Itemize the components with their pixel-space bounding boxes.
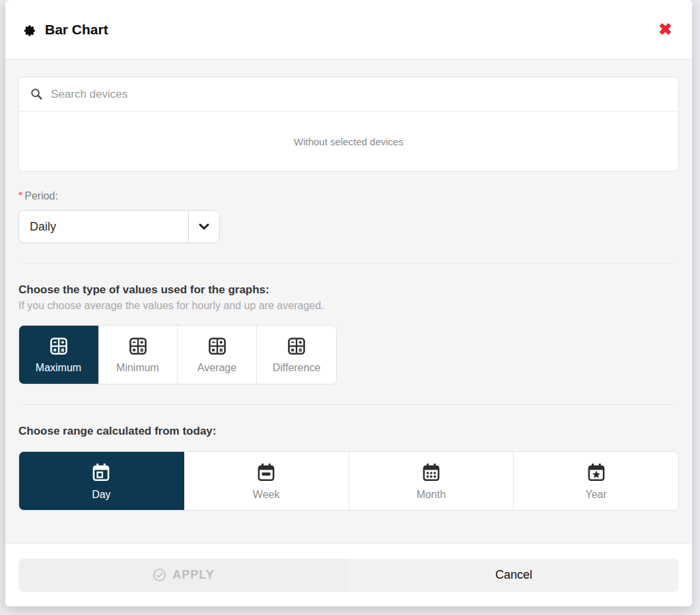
device-search-input[interactable] (51, 88, 667, 101)
range-button-group: Day Week (18, 451, 679, 511)
check-circle-icon (153, 568, 166, 582)
period-select-value: Daily (19, 211, 188, 242)
calculator-icon (49, 336, 69, 356)
period-select[interactable]: Daily (18, 210, 220, 243)
range-heading: Choose range calculated from today: (18, 425, 679, 438)
cancel-button[interactable]: Cancel (349, 559, 679, 592)
calendar-month-icon (421, 462, 442, 483)
range-option-year[interactable]: Year (514, 452, 678, 510)
value-type-option-average[interactable]: Average (178, 326, 257, 384)
option-label: Week (253, 489, 280, 501)
calendar-week-icon (256, 462, 277, 483)
value-type-option-minimum[interactable]: Minimum (98, 326, 178, 384)
device-picker-panel: Without selected devices (18, 77, 679, 172)
calculator-icon (287, 336, 306, 356)
apply-button-label: APPLY (172, 568, 214, 582)
apply-button[interactable]: APPLY (18, 559, 349, 592)
calendar-day-icon (90, 462, 112, 483)
section-divider (24, 263, 674, 264)
value-type-heading: Choose the type of values used for the g… (18, 283, 679, 297)
value-type-option-maximum[interactable]: Maximum (19, 326, 98, 384)
dialog-body: Without selected devices *Period: Daily … (5, 59, 692, 544)
calculator-icon (128, 336, 148, 356)
range-option-week[interactable]: Week (184, 452, 349, 510)
required-asterisk: * (18, 190, 22, 201)
search-icon (30, 88, 43, 100)
calendar-year-icon (586, 462, 607, 483)
no-devices-message: Without selected devices (19, 112, 678, 171)
footer-button-bar: APPLY Cancel (18, 559, 679, 592)
option-label: Difference (273, 362, 321, 374)
value-type-subheading: If you choose average the values for hou… (18, 300, 679, 312)
calculator-icon (207, 336, 227, 356)
option-label: Minimum (116, 362, 159, 374)
range-option-day[interactable]: Day (19, 452, 184, 510)
gear-icon (21, 22, 37, 38)
bar-chart-dialog: Bar Chart ✖ Without selected devices *Pe… (5, 0, 692, 606)
option-label: Average (197, 362, 236, 374)
value-type-option-difference[interactable]: Difference (257, 326, 336, 384)
option-label: Day (92, 489, 110, 501)
chevron-down-icon[interactable] (188, 211, 219, 242)
close-icon[interactable]: ✖ (658, 21, 672, 38)
cancel-button-label: Cancel (495, 568, 532, 582)
option-label: Maximum (36, 362, 81, 374)
value-type-button-group: Maximum Minimum (18, 325, 337, 384)
option-label: Month (417, 489, 446, 501)
dialog-footer: APPLY Cancel (5, 544, 692, 606)
dialog-header: Bar Chart ✖ (5, 0, 692, 59)
device-search-row (19, 77, 678, 112)
period-label: *Period: (18, 190, 679, 202)
range-option-month[interactable]: Month (349, 452, 514, 510)
section-divider (24, 404, 674, 405)
dialog-title: Bar Chart (45, 22, 108, 38)
option-label: Year (585, 489, 606, 501)
